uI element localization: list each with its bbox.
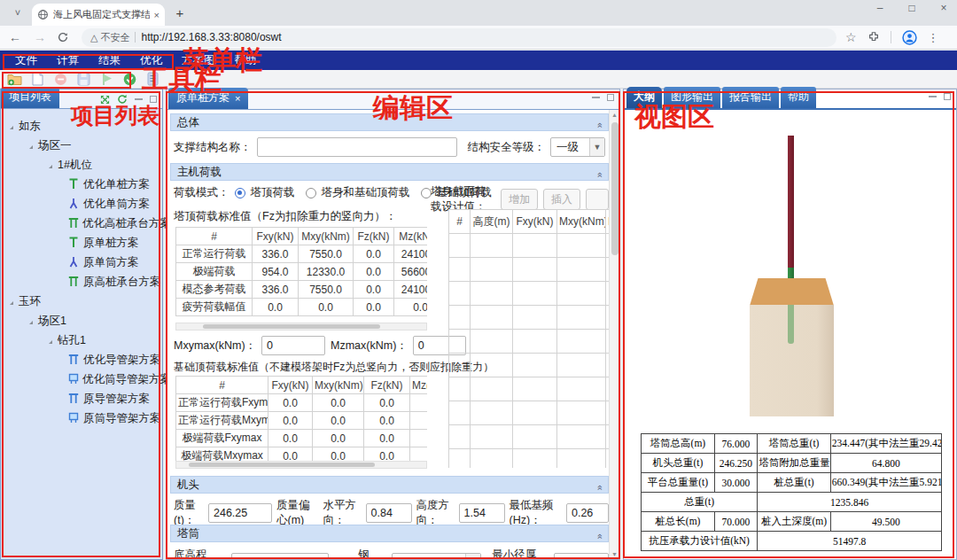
- table-row[interactable]: 模态参考荷载336.07550.00.024100.0: [176, 281, 428, 299]
- scroll-up-icon[interactable]: ▲: [610, 112, 619, 118]
- browser-menu-icon[interactable]: ⋮: [928, 31, 939, 44]
- menu-item-结果[interactable]: 结果: [89, 51, 130, 70]
- scroll-down-icon[interactable]: ▼: [610, 551, 619, 557]
- editor-vertical-scrollbar[interactable]: ▲ ▼: [609, 110, 619, 559]
- table-row[interactable]: [449, 401, 610, 425]
- collapse-icon[interactable]: »: [590, 533, 607, 539]
- refresh-icon[interactable]: [117, 94, 128, 105]
- editor-tab-close-icon[interactable]: ×: [235, 93, 240, 104]
- table-row[interactable]: 极端荷载Fxymax0.00.00.0: [176, 430, 428, 447]
- expand-arrow-icon[interactable]: [10, 298, 13, 305]
- bookmark-star-icon[interactable]: ☆: [845, 30, 857, 44]
- tab-close-icon[interactable]: ×: [154, 10, 160, 20]
- tab-search-button[interactable]: ˅: [7, 4, 28, 22]
- report-icon[interactable]: [145, 72, 160, 87]
- tree-item-钻孔1[interactable]: 钻孔1: [1, 331, 162, 350]
- menu-item-帮助[interactable]: 帮助: [225, 51, 267, 70]
- radio-塔顶荷载[interactable]: [235, 188, 245, 198]
- tree-item-场区1[interactable]: 场区1: [1, 311, 162, 331]
- tree-item-原导管架方案[interactable]: 原导管架方案: [1, 389, 162, 408]
- window-maximize-icon[interactable]: □: [906, 2, 918, 14]
- extensions-icon[interactable]: [868, 31, 880, 43]
- tree-item-优化筒导管架方案[interactable]: 优化筒导管架方案: [1, 369, 162, 389]
- section-header-general[interactable]: 总体»: [170, 113, 609, 131]
- horizontal-input[interactable]: [366, 503, 412, 523]
- expand-arrow-icon[interactable]: [10, 122, 13, 129]
- run-icon[interactable]: [99, 72, 114, 87]
- table-row[interactable]: 疲劳荷载幅值0.00.00.00.0: [176, 299, 428, 316]
- table-row[interactable]: [449, 234, 610, 258]
- view-tab-图形输出[interactable]: 图形输出: [664, 87, 720, 108]
- view-tab-报告输出[interactable]: 报告输出: [722, 87, 779, 108]
- insert-button[interactable]: 插入: [543, 189, 580, 210]
- section-header-tower[interactable]: 塔筒»: [170, 525, 609, 542]
- section-header-nacelle[interactable]: 机头»: [170, 476, 609, 494]
- url-omnibox[interactable]: △ 不安全 http://192.168.3.33:8080/oswt: [82, 28, 836, 47]
- tree-item-原筒导管架方案[interactable]: 原筒导管架方案: [1, 408, 162, 428]
- expand-all-icon[interactable]: [100, 95, 110, 105]
- table-row[interactable]: [449, 449, 610, 469]
- open-project-icon[interactable]: [7, 72, 22, 87]
- horizontal-scrollbar[interactable]: [175, 461, 427, 469]
- new-tab-button[interactable]: +: [170, 4, 190, 24]
- steel-select[interactable]: Q355 ▼: [392, 553, 481, 559]
- table-row[interactable]: [449, 306, 610, 330]
- mass-input[interactable]: [208, 503, 272, 523]
- expand-arrow-icon[interactable]: [49, 337, 52, 344]
- panel-maximize-icon[interactable]: [150, 96, 157, 103]
- height-dir-input[interactable]: [459, 503, 505, 523]
- add-button[interactable]: 增加: [501, 189, 538, 210]
- profile-avatar[interactable]: [902, 30, 917, 45]
- base-elevation-input[interactable]: [231, 553, 329, 559]
- project-panel-tab[interactable]: 项目列表: [1, 87, 59, 108]
- radio-塔身和基础顶荷载[interactable]: [306, 188, 316, 198]
- panel-minimize-icon[interactable]: [592, 97, 600, 98]
- menu-item-文件[interactable]: 文件: [5, 51, 47, 70]
- panel-minimize-icon[interactable]: [929, 96, 937, 97]
- tree-item-优化高桩承台方案[interactable]: 优化高桩承台方案: [1, 214, 162, 233]
- window-close-icon[interactable]: ×: [938, 2, 950, 14]
- tree-item-优化单筒方案[interactable]: 优化单筒方案: [1, 194, 162, 214]
- tree-item-1#机位[interactable]: 1#机位: [1, 155, 162, 175]
- save-icon[interactable]: [76, 72, 91, 87]
- menu-item-计算[interactable]: 计算: [47, 51, 89, 70]
- window-minimize-icon[interactable]: –: [874, 2, 886, 14]
- tree-item-玉环[interactable]: 玉环: [1, 292, 162, 311]
- chevron-down-icon[interactable]: ▼: [465, 554, 480, 559]
- expand-arrow-icon[interactable]: [29, 142, 33, 149]
- min-ratio-input[interactable]: [554, 553, 609, 559]
- tree-item-原单筒方案[interactable]: 原单筒方案: [1, 253, 162, 272]
- tree-item-如东[interactable]: 如东: [1, 116, 162, 136]
- table-row[interactable]: [449, 330, 610, 354]
- reload-icon[interactable]: [57, 31, 73, 43]
- table-row[interactable]: 极端荷载954.012330.00.056600.0: [176, 263, 428, 281]
- new-file-icon[interactable]: [30, 72, 45, 87]
- table-row[interactable]: 正常运行荷载336.07550.00.024100.0: [176, 245, 428, 263]
- table-row[interactable]: [449, 425, 610, 449]
- safety-grade-select[interactable]: 一级 ▼: [550, 137, 605, 157]
- expand-arrow-icon[interactable]: [29, 317, 33, 324]
- table-row[interactable]: 正常运行荷载Mxymax0.00.00.0: [176, 412, 428, 430]
- section-header-loads[interactable]: 主机荷载»: [170, 163, 609, 181]
- delete-icon[interactable]: [53, 72, 68, 87]
- panel-minimize-icon[interactable]: [135, 98, 143, 100]
- clipped-button[interactable]: [586, 189, 609, 210]
- chevron-down-icon[interactable]: ▼: [589, 138, 604, 156]
- frequency-input[interactable]: [566, 503, 609, 523]
- browser-tab[interactable]: 海上风电固定式支撑结构优化平 ×: [32, 4, 165, 26]
- menu-item-方案图[interactable]: 方案图: [172, 51, 225, 70]
- tree-item-优化单桩方案[interactable]: 优化单桩方案: [1, 175, 162, 194]
- collapse-icon[interactable]: »: [590, 122, 607, 128]
- view-tab-帮助[interactable]: 帮助: [781, 87, 816, 108]
- forward-icon[interactable]: →: [32, 30, 48, 44]
- panel-maximize-icon[interactable]: [607, 94, 614, 101]
- table-row[interactable]: [449, 377, 610, 401]
- view-tab-大纲[interactable]: 大纲: [626, 87, 662, 108]
- check-icon[interactable]: [122, 72, 137, 87]
- menu-item-优化[interactable]: 优化: [130, 51, 172, 70]
- table-row[interactable]: 正常运行荷载Fxymax0.00.00.0: [176, 394, 428, 412]
- model-3d-view[interactable]: [624, 112, 956, 431]
- back-icon[interactable]: ←: [7, 30, 23, 44]
- mxymax-input[interactable]: [261, 336, 325, 355]
- table-row[interactable]: [449, 282, 610, 306]
